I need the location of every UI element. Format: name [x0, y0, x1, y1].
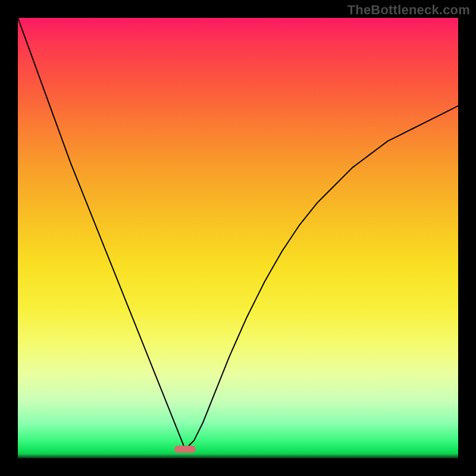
- watermark-label: TheBottleneck.com: [347, 2, 470, 18]
- bottleneck-curve-svg: [18, 18, 458, 458]
- bottleneck-curve-path: [18, 18, 458, 449]
- chart-frame: TheBottleneck.com: [0, 0, 476, 476]
- plot-area: [18, 18, 458, 458]
- min-match-marker: [174, 446, 196, 453]
